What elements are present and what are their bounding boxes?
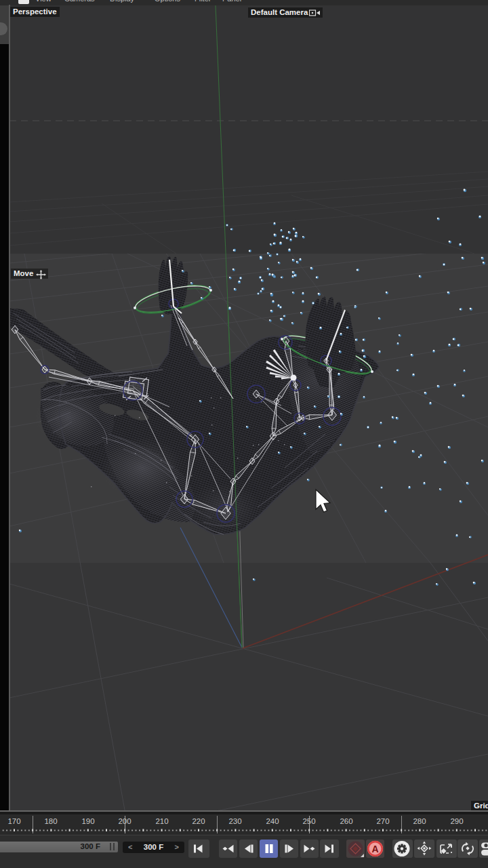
svg-text:A: A [371,844,378,854]
